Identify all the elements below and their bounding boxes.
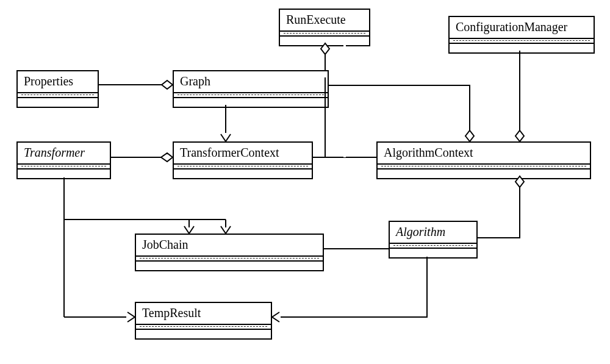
class-graph: Graph: [173, 70, 329, 108]
class-name: RunExecute: [280, 10, 369, 30]
class-name: TransformerContext: [174, 143, 312, 163]
svg-marker-6: [161, 153, 173, 162]
class-transformer: Transformer: [16, 141, 111, 179]
class-run-execute: RunExecute: [279, 9, 370, 46]
class-algorithm: Algorithm: [389, 221, 478, 259]
class-transformer-context: TransformerContext: [173, 141, 313, 179]
class-properties: Properties: [16, 70, 99, 108]
class-name: ConfigurationManager: [450, 17, 594, 38]
class-configuration-manager: ConfigurationManager: [448, 16, 595, 54]
class-name: TempResult: [136, 303, 271, 324]
class-name: JobChain: [136, 235, 323, 255]
class-name: Algorithm: [390, 222, 476, 243]
class-name: Properties: [18, 71, 98, 92]
class-temp-result: TempResult: [135, 302, 272, 340]
svg-marker-13: [515, 130, 524, 141]
class-name: Transformer: [18, 143, 110, 163]
svg-marker-11: [465, 130, 474, 141]
class-job-chain: JobChain: [135, 234, 324, 271]
class-name: AlgorithmContext: [378, 143, 590, 163]
uml-class-diagram: RunExecute ConfigurationManager Properti…: [0, 0, 610, 364]
class-algorithm-context: AlgorithmContext: [376, 141, 591, 179]
svg-marker-1: [162, 80, 173, 89]
connectors: [0, 0, 610, 364]
class-name: Graph: [174, 71, 328, 92]
